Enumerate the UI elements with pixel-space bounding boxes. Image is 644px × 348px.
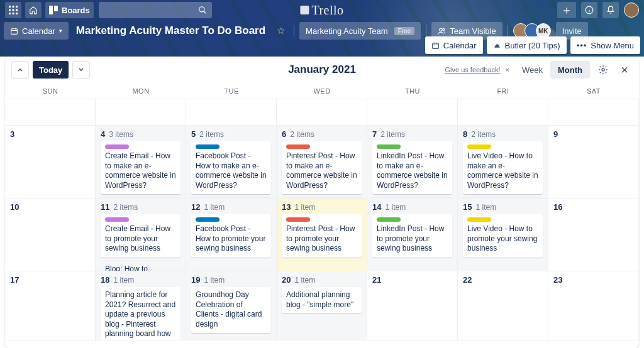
calendar-icon (431, 41, 440, 50)
calendar-card[interactable]: Create Email - How to promote your sewin… (101, 214, 180, 258)
bell-icon (606, 6, 615, 14)
item-count: 2 items (290, 130, 314, 139)
calendar-cell[interactable] (548, 99, 639, 126)
calendar-cell[interactable]: 201 itemAdditional planning blog - "simp… (277, 271, 367, 340)
dow-header: SAT (548, 83, 639, 99)
search-input[interactable] (99, 2, 212, 18)
calendar-cell[interactable] (5, 99, 96, 126)
day-number: 13 (282, 202, 291, 212)
calendar-cell[interactable]: 151 itemLive Video - How to promote your… (458, 198, 548, 271)
calendar-card[interactable]: Live Video - How to make an e-commerce w… (463, 141, 543, 194)
info-button[interactable] (581, 2, 597, 18)
card-text: Facebook Post - How to make an e-commerc… (196, 151, 267, 190)
apps-menu[interactable] (5, 2, 21, 18)
user-avatar[interactable] (624, 3, 639, 18)
item-count: 2 items (199, 130, 224, 139)
calendar-cell[interactable]: 112 itemsCreate Email - How to promote y… (96, 198, 186, 271)
today-button[interactable]: Today (33, 61, 69, 79)
calendar-cell[interactable]: 16 (548, 198, 639, 271)
card-text: Facebook Post - How to promote your sewi… (196, 224, 265, 253)
card-text: Live Video - How to promote your sewing … (467, 224, 537, 253)
card-text: Pinterest Post - How to promote your sew… (286, 224, 355, 253)
calendar-cell[interactable]: 9 (548, 126, 639, 198)
calendar-cell[interactable]: 191 itemGroundhog Day Celebration of Cli… (186, 271, 277, 340)
home-icon (29, 6, 38, 14)
calendar-cell[interactable]: 82 itemsLive Video - How to make an e-co… (458, 126, 548, 198)
calendar-powerup[interactable]: Calendar (425, 36, 483, 54)
calendar-cell[interactable]: 17 (5, 271, 96, 340)
calendar-card[interactable]: Facebook Post - How to make an e-commerc… (191, 141, 271, 194)
calendar-card[interactable]: Pinterest Post - How to promote your sew… (282, 214, 362, 258)
show-menu-button[interactable]: ••• Show Menu (570, 36, 640, 54)
boards-button[interactable]: Boards (45, 2, 94, 18)
svg-rect-7 (13, 13, 14, 14)
calendar-view-picker[interactable]: Calendar ▾ (4, 22, 69, 40)
brand-logo: Trello (300, 3, 343, 18)
calendar-cell[interactable]: 10 (5, 198, 96, 271)
chevron-down-icon (78, 67, 84, 73)
calendar-card[interactable]: LinkedIn Post - How to promote your sewi… (372, 214, 452, 258)
calendar-cell[interactable]: 23 (548, 271, 639, 340)
board-title[interactable]: Marketing Acuity Master To Do Board (74, 24, 268, 37)
calendar-card[interactable]: Facebook Post - How to promote your sewi… (191, 214, 271, 258)
info-icon (585, 6, 594, 14)
next-period[interactable] (72, 61, 90, 79)
notifications-button[interactable] (602, 2, 619, 18)
create-button[interactable]: ＋ (557, 2, 576, 18)
dow-header: SUN (5, 83, 96, 99)
item-count: 1 item (294, 203, 315, 212)
svg-rect-1 (13, 6, 14, 8)
calendar-cell[interactable]: 52 itemsFacebook Post - How to make an e… (186, 126, 277, 198)
calendar-card[interactable]: Planning article for 2021? Resurrect and… (101, 287, 180, 340)
view-week[interactable]: Week (514, 61, 550, 79)
calendar-card[interactable]: Additional planning blog - "simple more" (282, 287, 362, 313)
calendar-cell[interactable]: 21 (367, 271, 458, 340)
calendar-cell[interactable]: 43 itemsCreate Email - How to make an e-… (96, 126, 186, 198)
prev-period[interactable] (11, 61, 29, 79)
calendar-cell[interactable]: 121 itemFacebook Post - How to promote y… (186, 198, 277, 271)
calendar-card[interactable]: Pinterest Post - How to make an e-commer… (282, 141, 362, 194)
calendar-cell[interactable] (186, 99, 277, 126)
calendar-cell[interactable]: 3 (5, 126, 96, 198)
svg-rect-10 (54, 6, 58, 11)
calendar-cell[interactable]: 141 itemLinkedIn Post - How to promote y… (367, 198, 458, 271)
calendar-card[interactable]: Groundhog Day Celebration of Clients - d… (191, 287, 271, 333)
card-label (105, 217, 129, 222)
calendar-cell[interactable] (458, 99, 548, 126)
calendar-card[interactable]: LinkedIn Post - How to make an e-commerc… (372, 141, 452, 194)
calendar-cell[interactable] (277, 99, 367, 126)
home-button[interactable] (25, 2, 42, 18)
item-count: 1 item (385, 203, 406, 212)
calendar-cell[interactable] (96, 99, 186, 126)
card-text: Live Video - How to make an e-commerce w… (467, 151, 538, 190)
card-text: Pinterest Post - How to make an e-commer… (286, 151, 357, 190)
calendar-cell[interactable]: 62 itemsPinterest Post - How to make an … (277, 126, 367, 198)
grid-icon (9, 6, 18, 14)
view-toggle: Week Month (514, 61, 590, 79)
butler-button[interactable]: Butler (20 Tips) (487, 36, 567, 54)
calendar-card-overflow[interactable]: Blog: How to promote (101, 261, 180, 271)
card-label (467, 217, 491, 222)
day-number: 8 (463, 129, 467, 139)
settings-button[interactable] (595, 62, 611, 78)
calendar-card[interactable]: Create Email - How to make an e-commerce… (101, 141, 180, 194)
calendar-cell[interactable] (367, 99, 458, 126)
calendar-cell[interactable]: 22 (458, 271, 548, 340)
team-button[interactable]: Marketing Acuity Team Free (299, 22, 421, 40)
star-board[interactable]: ☆ (273, 25, 289, 36)
team-icon (438, 27, 446, 35)
svg-rect-9 (49, 6, 53, 14)
feedback-link[interactable]: Give us feedback! (445, 66, 501, 73)
calendar-card[interactable]: Live Video - How to promote your sewing … (463, 214, 543, 258)
view-month[interactable]: Month (550, 61, 590, 79)
calendar-cell[interactable]: 72 itemsLinkedIn Post - How to make an e… (367, 126, 458, 198)
dow-header: THU (367, 83, 458, 99)
close-calendar[interactable]: × (616, 62, 633, 78)
day-number: 4 (101, 129, 105, 139)
calendar-cell[interactable]: 181 itemPlanning article for 2021? Resur… (96, 271, 186, 340)
day-number: 18 (101, 275, 109, 285)
calendar-cell[interactable]: 131 itemPinterest Post - How to promote … (277, 198, 367, 271)
search-icon (198, 6, 207, 14)
boards-icon (49, 6, 58, 14)
feedback-dismiss[interactable]: × (506, 66, 509, 73)
